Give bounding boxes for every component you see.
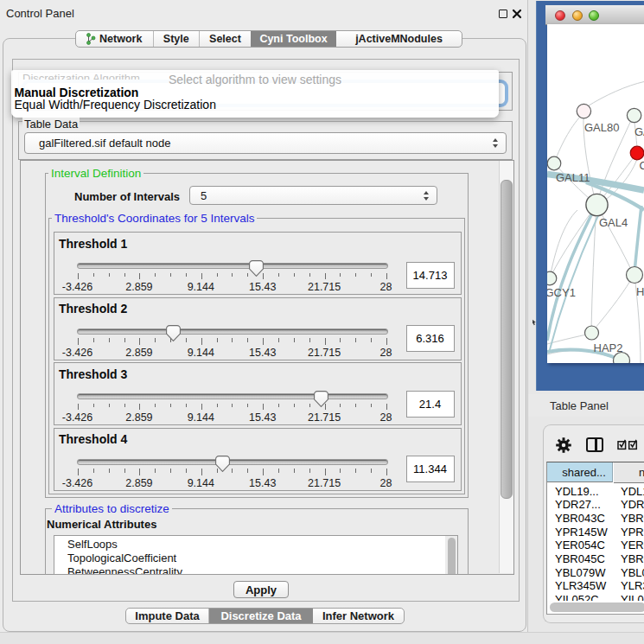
svg-text:GAL80: GAL80	[584, 121, 619, 134]
svg-text:CY: CY	[640, 159, 644, 172]
svg-text:GAL: GAL	[634, 125, 644, 138]
svg-text:HAP2: HAP2	[594, 341, 623, 354]
svg-text:GAL11: GAL11	[556, 171, 590, 184]
svg-text:GAL4: GAL4	[599, 216, 628, 229]
svg-text:HIS: HIS	[636, 285, 644, 298]
svg-text:GCY1: GCY1	[547, 286, 576, 299]
